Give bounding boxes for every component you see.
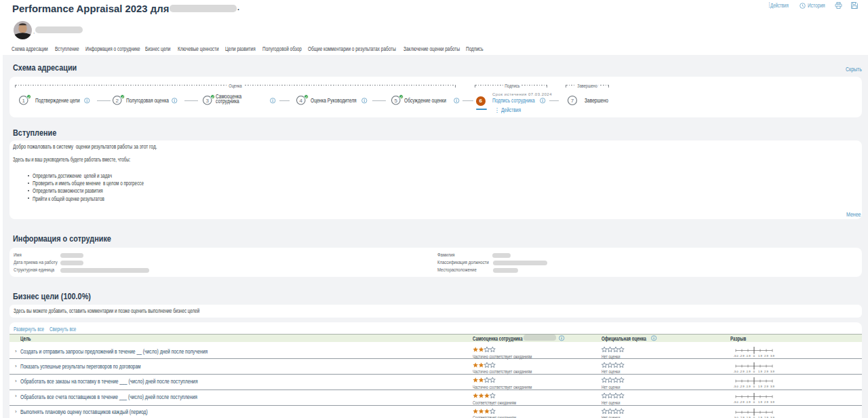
svg-text:2: 2 bbox=[116, 98, 119, 104]
svg-text:1.9: 1.9 bbox=[758, 400, 762, 404]
svg-text:-2.9: -2.9 bbox=[739, 400, 745, 404]
svg-text:1.9: 1.9 bbox=[758, 385, 762, 388]
svg-text:0: 0 bbox=[753, 400, 755, 404]
svg-text:0: 0 bbox=[753, 416, 755, 418]
svg-text:1.9: 1.9 bbox=[758, 416, 762, 418]
svg-text:3.9: 3.9 bbox=[770, 416, 774, 418]
svg-text:4: 4 bbox=[300, 98, 303, 104]
svg-text:3.9: 3.9 bbox=[770, 385, 774, 388]
svg-text:3.9: 3.9 bbox=[770, 370, 774, 373]
svg-text:2.9: 2.9 bbox=[764, 354, 768, 358]
svg-text:-3.0: -3.0 bbox=[733, 400, 738, 404]
svg-text:-3.0: -3.0 bbox=[733, 416, 738, 418]
svg-text:1: 1 bbox=[22, 98, 26, 104]
svg-text:2.9: 2.9 bbox=[764, 400, 768, 404]
svg-text:-2.9: -2.9 bbox=[739, 416, 745, 418]
svg-text:-1.9: -1.9 bbox=[745, 354, 751, 358]
svg-text:-1.9: -1.9 bbox=[745, 370, 751, 373]
svg-text:5: 5 bbox=[395, 98, 398, 104]
svg-text:-1.9: -1.9 bbox=[745, 400, 751, 404]
svg-text:3.9: 3.9 bbox=[770, 354, 774, 358]
svg-text:0: 0 bbox=[753, 370, 755, 373]
svg-text:-3.0: -3.0 bbox=[733, 385, 738, 388]
svg-text:-2.9: -2.9 bbox=[739, 370, 745, 373]
svg-text:-1.9: -1.9 bbox=[745, 385, 751, 388]
svg-text:3.9: 3.9 bbox=[770, 400, 774, 404]
svg-text:0: 0 bbox=[753, 385, 755, 388]
svg-text:1.9: 1.9 bbox=[758, 370, 762, 373]
svg-text:-1.9: -1.9 bbox=[745, 416, 751, 418]
svg-text:3: 3 bbox=[206, 98, 210, 104]
svg-text:2.9: 2.9 bbox=[764, 385, 768, 388]
svg-text:1.9: 1.9 bbox=[758, 354, 762, 358]
svg-text:0: 0 bbox=[753, 354, 755, 358]
svg-text:2.9: 2.9 bbox=[764, 416, 768, 418]
svg-text:-2.9: -2.9 bbox=[739, 385, 745, 388]
svg-text:7: 7 bbox=[571, 98, 574, 104]
svg-text:2.9: 2.9 bbox=[764, 370, 768, 373]
svg-text:-3.0: -3.0 bbox=[733, 370, 738, 373]
svg-text:-3.0: -3.0 bbox=[733, 354, 738, 358]
svg-text:-2.9: -2.9 bbox=[739, 354, 745, 358]
